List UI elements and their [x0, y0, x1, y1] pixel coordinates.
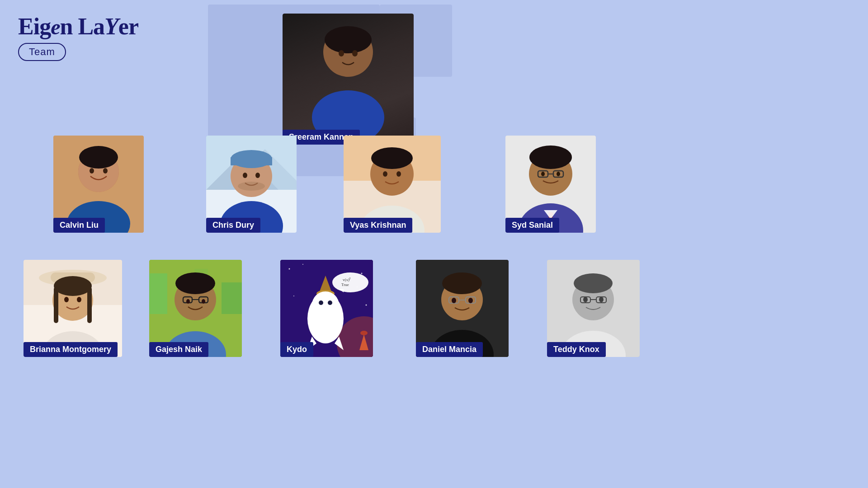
svg-point-53: [77, 297, 81, 302]
calvin-name-label: Calvin Liu: [53, 218, 105, 233]
svg-point-78: [312, 291, 339, 319]
svg-text:True: True: [341, 282, 349, 287]
sreeram-photo-svg: [283, 14, 414, 145]
svg-point-89: [360, 331, 368, 335]
svg-point-3: [339, 50, 344, 56]
svg-point-4: [352, 50, 358, 56]
svg-rect-50: [87, 287, 92, 323]
svg-point-31: [396, 171, 401, 177]
vyas-name-label: Vyas Krishnan: [344, 218, 412, 233]
member-card-calvin: Calvin Liu: [53, 136, 144, 233]
svg-point-106: [583, 297, 588, 302]
kydo-name-label: Kydo: [280, 342, 313, 357]
svg-point-68: [289, 268, 290, 270]
svg-rect-19: [231, 157, 272, 165]
svg-point-101: [574, 273, 613, 293]
svg-point-73: [366, 305, 367, 306]
member-card-daniel: Daniel Mancia: [416, 260, 509, 357]
svg-point-42: [557, 172, 560, 176]
svg-point-12: [103, 168, 108, 174]
svg-point-80: [328, 300, 332, 305]
svg-point-22: [255, 173, 260, 178]
member-card-vyas: Vyas Krishnan: [344, 136, 441, 233]
svg-point-41: [541, 172, 545, 176]
svg-point-97: [452, 298, 456, 303]
daniel-name-label: Daniel Mancia: [416, 342, 483, 357]
brianna-name-label: Brianna Montgomery: [24, 342, 118, 357]
member-card-sreeram: Sreeram Kannan: [283, 14, 414, 145]
svg-text:v(x): v(x): [343, 277, 349, 282]
svg-point-69: [302, 264, 303, 265]
logo-text: Eigen LaYer: [18, 14, 138, 39]
member-card-gajesh: Gajesh Naik: [149, 260, 242, 357]
svg-rect-55: [149, 273, 167, 314]
svg-point-92: [442, 272, 482, 294]
logo-line1: Eigen: [18, 14, 72, 39]
svg-point-10: [79, 146, 118, 169]
gajesh-name-label: Gajesh Naik: [149, 342, 208, 357]
member-card-kydo: v(x) 2 True Kydo: [280, 260, 373, 357]
member-card-teddy: Teddy Knox: [547, 260, 640, 357]
svg-point-21: [243, 173, 247, 178]
svg-point-37: [529, 145, 572, 169]
svg-point-64: [186, 299, 190, 304]
svg-point-11: [90, 168, 94, 174]
svg-rect-49: [54, 287, 58, 323]
team-badge: Team: [18, 43, 66, 61]
logo-line2: LaYer: [78, 14, 138, 39]
svg-point-59: [175, 272, 215, 294]
member-card-syd: Syd Sanial: [505, 136, 596, 233]
svg-point-79: [319, 300, 323, 305]
member-card-brianna: Brianna Montgomery: [24, 260, 122, 357]
svg-point-48: [54, 276, 92, 296]
svg-point-52: [64, 297, 69, 302]
teddy-name-label: Teddy Knox: [547, 342, 606, 357]
svg-point-29: [371, 147, 413, 169]
logo: Eigen LaYer Team: [18, 14, 138, 61]
svg-point-81: [332, 272, 368, 292]
svg-text:2: 2: [349, 277, 351, 280]
svg-point-98: [468, 298, 473, 303]
svg-point-70: [361, 273, 363, 274]
svg-point-72: [293, 296, 294, 296]
svg-point-30: [383, 171, 387, 177]
chris-name-label: Chris Dury: [206, 218, 260, 233]
member-card-chris: Chris Dury: [206, 136, 297, 233]
svg-point-2: [325, 26, 372, 53]
svg-point-107: [599, 297, 604, 302]
syd-name-label: Syd Sanial: [505, 218, 559, 233]
svg-rect-56: [222, 282, 242, 314]
svg-point-23: [238, 182, 265, 191]
svg-point-65: [202, 299, 205, 304]
